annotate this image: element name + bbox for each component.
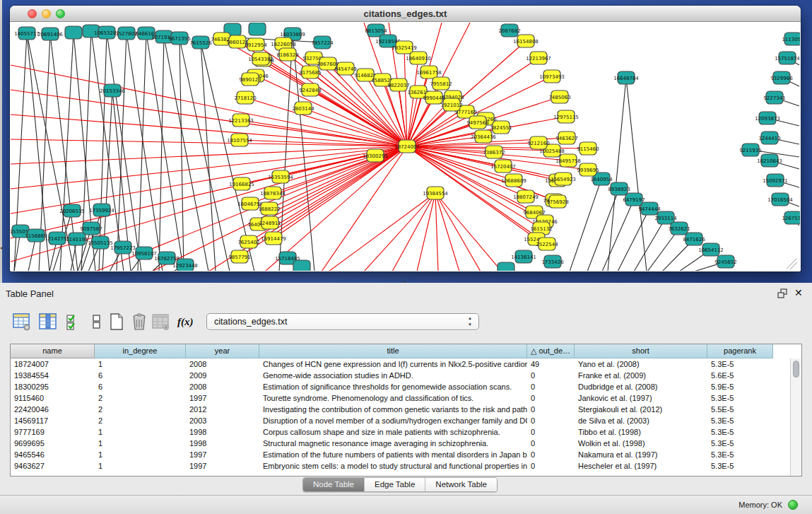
table-vertical-scrollbar[interactable] [790, 358, 801, 476]
graph-node[interactable]: 8454749 [334, 62, 356, 75]
graph-node[interactable]: 1244413 [758, 132, 780, 144]
graph-node[interactable]: 8186328 [276, 48, 298, 61]
graph-node[interactable]: 20691406 [37, 28, 63, 40]
graph-node[interactable]: 18107554 [227, 134, 252, 146]
graph-node[interactable]: 1156869 [25, 229, 47, 242]
graph-edge[interactable] [138, 33, 146, 271]
window-titlebar[interactable]: citations_edges.txt [10, 6, 801, 22]
tab-node-table[interactable]: Node Table [303, 478, 365, 491]
graph-node[interactable] [249, 23, 266, 35]
graph-edge[interactable] [263, 60, 407, 146]
graph-node[interactable]: 7386372 [483, 146, 505, 158]
graph-node[interactable]: 17016504 [767, 193, 793, 206]
graph-node[interactable]: 16210643 [757, 154, 782, 167]
graph-edge[interactable] [159, 37, 164, 271]
graph-node[interactable]: 15720407 [490, 160, 516, 173]
graph-node[interactable]: 2718120 [234, 91, 256, 104]
graph-edge[interactable] [435, 193, 459, 271]
graph-node[interactable]: 12093873 [755, 112, 780, 124]
graph-node[interactable]: 2522544 [536, 238, 558, 250]
graph-node[interactable]: 1688222 [258, 202, 280, 215]
column-header-in_degree[interactable]: in_degree [95, 344, 186, 358]
graph-node[interactable]: 10654112 [698, 243, 724, 256]
table-settings-icon[interactable] [13, 313, 31, 331]
column-header-short[interactable]: short [575, 344, 707, 358]
graph-node[interactable]: 18807249 [513, 190, 539, 203]
graph-node[interactable]: 1733426 [541, 255, 564, 268]
graph-node[interactable]: 15751874 [775, 52, 800, 64]
graph-node[interactable]: 8912954 [245, 38, 267, 51]
table-select[interactable]: citations_edges.txt ▲▼ [206, 313, 479, 330]
graph-edge[interactable] [11, 115, 407, 146]
scrollbar-thumb[interactable] [793, 361, 799, 378]
graph-node[interactable]: 1145191 [66, 233, 88, 245]
graph-node[interactable]: 9497568 [466, 116, 488, 129]
graph-node[interactable]: 16914479 [261, 232, 286, 245]
graph-node[interactable]: 9857791 [228, 250, 250, 263]
graph-node[interactable]: 7615526 [189, 36, 212, 49]
graph-node[interactable]: 16961758 [416, 66, 442, 78]
graph-node[interactable]: 7955812 [430, 77, 452, 90]
graph-node[interactable]: 9115460 [577, 142, 599, 155]
table-row[interactable]: 1830029562008Estimation of significance … [11, 381, 790, 392]
table-row[interactable]: 969969511998Structural magnetic resonanc… [11, 438, 790, 449]
close-button[interactable] [28, 9, 37, 18]
graph-node[interactable]: 20153346 [100, 84, 125, 97]
graph-node[interactable] [65, 26, 82, 39]
graph-node[interactable]: 9939695 [577, 163, 599, 176]
graph-node[interactable]: 1113054 [782, 33, 800, 45]
graph-node[interactable]: 9212160 [527, 136, 549, 149]
delete-trash-icon[interactable] [130, 313, 148, 331]
graph-node[interactable]: 2803144 [292, 102, 314, 115]
graph-node[interactable]: 16648784 [613, 71, 639, 84]
table-row[interactable]: 946362711997Embryonic stem cells: a mode… [11, 460, 790, 472]
graph-node[interactable]: 1248911 [259, 216, 281, 229]
graph-node[interactable]: 9242848 [299, 83, 321, 96]
table-row[interactable]: 1872400712008Changes of HCN gene express… [11, 358, 790, 370]
graph-node[interactable]: 1921012 [440, 98, 462, 111]
graph-node[interactable]: 19384554 [423, 187, 448, 199]
tab-network-table[interactable]: Network Table [425, 478, 497, 491]
graph-edge[interactable] [435, 193, 502, 271]
graph-edge[interactable] [329, 193, 435, 271]
graph-edge[interactable] [322, 146, 407, 271]
close-panel-icon[interactable]: ✕ [794, 287, 803, 298]
graph-edge[interactable] [146, 33, 184, 271]
graph-edge[interactable] [107, 33, 141, 271]
graph-edge[interactable] [201, 42, 216, 271]
graph-edge[interactable] [626, 78, 647, 271]
minimize-button[interactable] [42, 9, 51, 18]
network-graph[interactable]: 1405571720691406106532871527602646616110… [11, 23, 800, 271]
graph-edge[interactable] [602, 199, 634, 271]
graph-node[interactable] [498, 262, 514, 271]
graph-node[interactable]: 7625402 [237, 235, 259, 248]
deselect-boxes-icon[interactable] [88, 313, 106, 331]
column-visibility-icon[interactable] [39, 313, 57, 331]
graph-node[interactable]: 20364436 [471, 130, 496, 143]
canvas-resize-grip[interactable] [787, 259, 797, 269]
table-row[interactable]: 2242004622012Investigating the contribut… [11, 404, 790, 415]
graph-node[interactable]: 8938923 [608, 182, 630, 195]
graph-edge[interactable] [587, 189, 619, 271]
graph-node[interactable]: 1267533 [782, 211, 800, 224]
graph-node[interactable]: 9463627 [555, 132, 577, 144]
graph-edge[interactable] [435, 193, 481, 271]
graph-node[interactable]: 7485063 [548, 90, 570, 103]
graph-edge[interactable] [407, 143, 539, 146]
graph-node[interactable]: 8471626 [683, 233, 705, 245]
graph-edge[interactable] [164, 37, 208, 271]
column-header-out_de[interactable]: △ out_de… [527, 344, 575, 358]
graph-node[interactable]: 3824551 [490, 121, 512, 134]
graph-node[interactable]: 9227341 [763, 91, 785, 104]
graph-edge[interactable] [608, 78, 626, 271]
graph-node[interactable]: 12975115 [553, 110, 579, 123]
graph-node[interactable]: 9890123 [239, 73, 261, 86]
graph-node[interactable]: 9822037 [387, 78, 409, 91]
table-row[interactable]: 911546021997Tourette syndrome. Phenomeno… [11, 392, 790, 404]
graph-node[interactable]: 14136141 [511, 250, 536, 263]
float-window-icon[interactable] [777, 288, 789, 298]
graph-node[interactable]: 10688609 [501, 174, 526, 187]
graph-node[interactable]: 7857224 [311, 36, 334, 49]
select-all-check-icon[interactable] [65, 313, 83, 331]
graph-node[interactable]: 1527602 [115, 27, 137, 40]
